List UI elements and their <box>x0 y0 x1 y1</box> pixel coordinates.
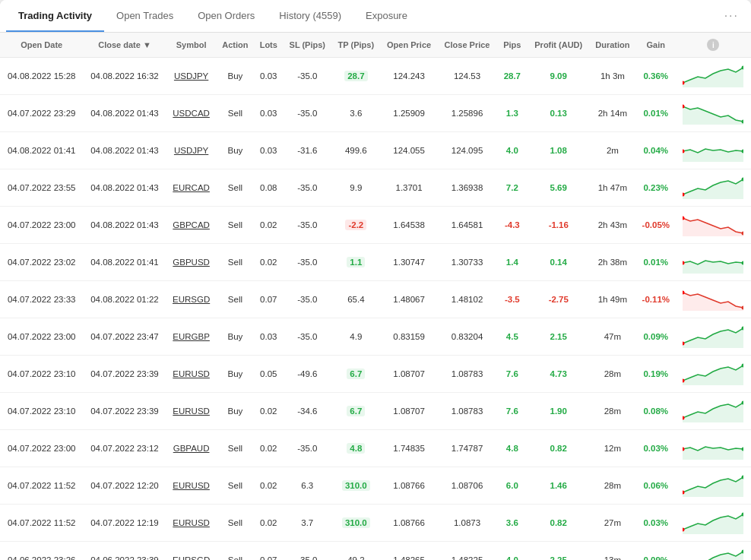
action: Sell <box>217 430 255 467</box>
open-price: 1.48265 <box>380 542 437 561</box>
sl-pips: -35.0 <box>283 244 331 281</box>
symbol[interactable]: GBPCAD <box>166 207 217 244</box>
symbol[interactable]: EURUSD <box>166 356 217 393</box>
pips: 7.2 <box>496 169 528 207</box>
tab-history[interactable]: History (4559) <box>267 1 353 32</box>
tp-value: 1.1 <box>347 257 365 267</box>
close-price: 1.08783 <box>438 356 496 393</box>
profit: 1.90 <box>528 393 589 430</box>
profit: -2.75 <box>528 281 589 318</box>
lots: 0.03 <box>254 318 283 356</box>
profit: 1.08 <box>528 132 589 169</box>
sl-pips: -34.6 <box>283 393 331 430</box>
tp-value: 499.6 <box>345 146 367 155</box>
trades-table: Open DateClose date ▼SymbolActionLotsSL … <box>0 33 751 560</box>
table-row: 04.08.2022 01:41 04.08.2022 01:43 USDJPY… <box>0 132 751 169</box>
svg-marker-27 <box>683 403 743 422</box>
lots: 0.02 <box>254 393 283 430</box>
sparkline-cell <box>676 244 751 281</box>
duration: 28m <box>589 356 636 393</box>
svg-marker-21 <box>683 328 743 348</box>
symbol[interactable]: EURSGD <box>166 281 217 318</box>
tab-trading-activity[interactable]: Trading Activity <box>6 1 104 32</box>
open-date: 04.08.2022 15:28 <box>0 58 83 95</box>
tp-pips: 310.0 <box>331 467 380 505</box>
table-row: 04.07.2022 23:00 04.07.2022 23:12 GBPAUD… <box>0 430 751 467</box>
sparkline-cell <box>676 430 751 467</box>
close-date: 04.08.2022 01:43 <box>83 207 166 244</box>
col-header-close-date[interactable]: Close date ▼ <box>83 33 166 58</box>
pips: 6.0 <box>496 467 528 505</box>
action: Sell <box>217 207 255 244</box>
open-price: 124.243 <box>380 58 437 95</box>
close-price: 1.30733 <box>438 244 496 281</box>
chart-info-icon[interactable]: i <box>707 39 719 51</box>
table-row: 04.07.2022 23:33 04.08.2022 01:22 EURSGD… <box>0 281 751 318</box>
tp-pips: 28.7 <box>331 58 380 95</box>
action: Sell <box>217 169 255 207</box>
open-price: 1.48067 <box>380 281 437 318</box>
table-row: 04.08.2022 15:28 04.08.2022 16:32 USDJPY… <box>0 58 751 95</box>
profit: 0.13 <box>528 95 589 132</box>
gain: 0.01% <box>636 244 676 281</box>
duration: 2h 14m <box>589 95 636 132</box>
symbol[interactable]: EURUSD <box>166 505 217 542</box>
lots: 0.02 <box>254 207 283 244</box>
close-price: 1.74787 <box>438 430 496 467</box>
symbol[interactable]: GBPUSD <box>166 244 217 281</box>
tab-exposure[interactable]: Exposure <box>353 1 420 32</box>
symbol[interactable]: USDJPY <box>166 58 217 95</box>
close-date: 04.08.2022 01:41 <box>83 244 166 281</box>
table-row: 04.07.2022 23:00 04.08.2022 01:43 GBPCAD… <box>0 207 751 244</box>
tab-bar: Trading ActivityOpen TradesOpen OrdersHi… <box>0 0 751 33</box>
tp-value: 4.9 <box>350 332 362 341</box>
open-price: 1.25909 <box>380 95 437 132</box>
sparkline-cell <box>676 132 751 169</box>
svg-marker-33 <box>683 477 743 497</box>
sparkline-cell <box>676 505 751 542</box>
symbol[interactable]: GBPAUD <box>166 430 217 467</box>
symbol[interactable]: USDCAD <box>166 95 217 132</box>
profit: 2.15 <box>528 318 589 356</box>
col-header-lots: Lots <box>254 33 283 58</box>
col-header-profit: Profit (AUD) <box>528 33 589 58</box>
action: Sell <box>217 281 255 318</box>
action: Buy <box>217 356 255 393</box>
open-date: 04.07.2022 23:10 <box>0 393 83 430</box>
duration: 1h 47m <box>589 169 636 207</box>
action: Buy <box>217 58 255 95</box>
duration: 2h 38m <box>589 244 636 281</box>
symbol[interactable]: EURCAD <box>166 169 217 207</box>
action: Buy <box>217 393 255 430</box>
gain: 0.36% <box>636 58 676 95</box>
more-options-button[interactable]: ··· <box>718 0 745 32</box>
pips: 3.6 <box>496 505 528 542</box>
close-price: 1.08783 <box>438 393 496 430</box>
col-header-open-price: Open Price <box>380 33 437 58</box>
close-date: 04.07.2022 12:19 <box>83 505 166 542</box>
sl-pips: 6.3 <box>283 467 331 505</box>
pips: -3.5 <box>496 281 528 318</box>
gain: 0.09% <box>636 542 676 561</box>
duration: 2m <box>589 132 636 169</box>
open-date: 04.07.2022 11:52 <box>0 467 83 505</box>
symbol[interactable]: EURUSD <box>166 467 217 505</box>
symbol[interactable]: EURUSD <box>166 393 217 430</box>
col-header-sl-pips: SL (Pips) <box>283 33 331 58</box>
symbol[interactable]: USDJPY <box>166 132 217 169</box>
tab-open-orders[interactable]: Open Orders <box>185 1 267 32</box>
close-price: 1.36938 <box>438 169 496 207</box>
open-price: 1.08766 <box>380 467 437 505</box>
tp-value: 6.7 <box>347 406 365 416</box>
table-row: 04.07.2022 23:29 04.08.2022 01:43 USDCAD… <box>0 95 751 132</box>
symbol[interactable]: EURGBP <box>166 318 217 356</box>
close-date: 04.08.2022 01:43 <box>83 169 166 207</box>
gain: 0.09% <box>636 318 676 356</box>
profit: 0.82 <box>528 505 589 542</box>
close-price: 124.095 <box>438 132 496 169</box>
tab-open-trades[interactable]: Open Trades <box>104 1 185 32</box>
close-date: 04.07.2022 12:20 <box>83 467 166 505</box>
symbol[interactable]: EURSGD <box>166 542 217 561</box>
sl-pips: -35.0 <box>283 169 331 207</box>
profit: 1.46 <box>528 467 589 505</box>
